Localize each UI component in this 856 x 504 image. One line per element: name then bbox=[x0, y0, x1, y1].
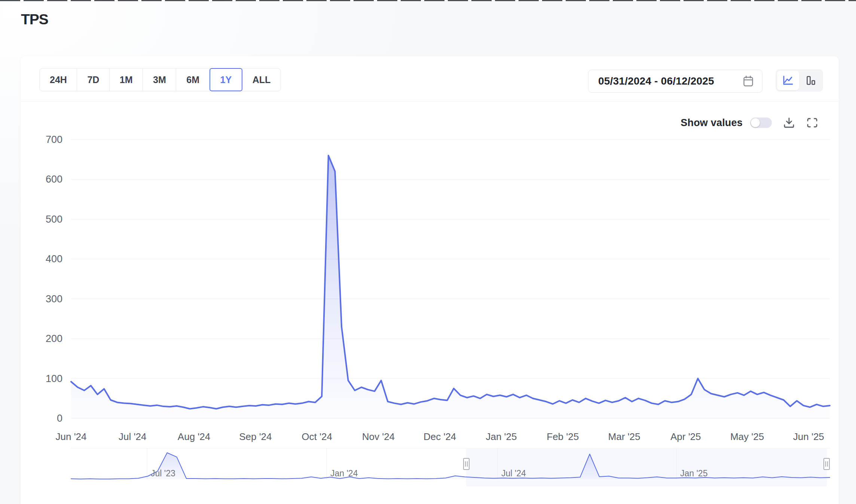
bar-chart-icon bbox=[805, 75, 816, 86]
navigator[interactable] bbox=[71, 448, 830, 486]
chart-options-row: Show values bbox=[681, 115, 818, 130]
navigator-left-handle[interactable] bbox=[463, 458, 470, 470]
download-icon bbox=[783, 117, 795, 128]
date-range-value: 05/31/2024 - 06/12/2025 bbox=[598, 75, 714, 87]
window-top-edge bbox=[0, 0, 856, 1]
page-background: TPS 24H 7D 1M 3M 6M 1Y ALL 05/31/2024 - … bbox=[0, 0, 856, 504]
page-title: TPS bbox=[21, 11, 48, 28]
line-chart-type-button[interactable] bbox=[777, 71, 799, 90]
bar-chart-type-button[interactable] bbox=[800, 71, 822, 90]
toggle-knob bbox=[751, 118, 760, 127]
show-values-toggle[interactable] bbox=[750, 117, 772, 128]
range-button-1y[interactable]: 1Y bbox=[210, 68, 243, 91]
navigator-right-handle[interactable] bbox=[823, 458, 830, 470]
range-button-1m[interactable]: 1M bbox=[109, 68, 143, 91]
calendar-icon bbox=[743, 75, 754, 87]
show-values-label: Show values bbox=[681, 117, 743, 129]
time-range-group: 24H 7D 1M 3M 6M 1Y ALL bbox=[39, 68, 281, 91]
chart-type-toggle bbox=[776, 69, 823, 92]
download-button[interactable] bbox=[783, 117, 795, 128]
range-button-all[interactable]: ALL bbox=[242, 68, 281, 91]
main-chart-plot[interactable] bbox=[71, 140, 830, 418]
line-chart-icon bbox=[782, 75, 794, 86]
range-button-6m[interactable]: 6M bbox=[176, 68, 210, 91]
range-button-24h[interactable]: 24H bbox=[39, 68, 77, 91]
toolbar-divider bbox=[21, 101, 839, 101]
range-button-7d[interactable]: 7D bbox=[77, 68, 110, 91]
fullscreen-button[interactable] bbox=[806, 117, 818, 128]
range-button-3m[interactable]: 3M bbox=[143, 68, 177, 91]
fullscreen-icon bbox=[806, 117, 818, 128]
date-range-picker[interactable]: 05/31/2024 - 06/12/2025 bbox=[588, 70, 762, 93]
